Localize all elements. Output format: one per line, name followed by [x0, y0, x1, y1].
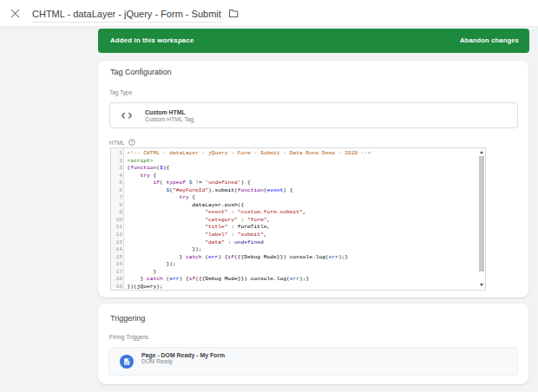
svg-text:?: ?: [131, 140, 134, 145]
